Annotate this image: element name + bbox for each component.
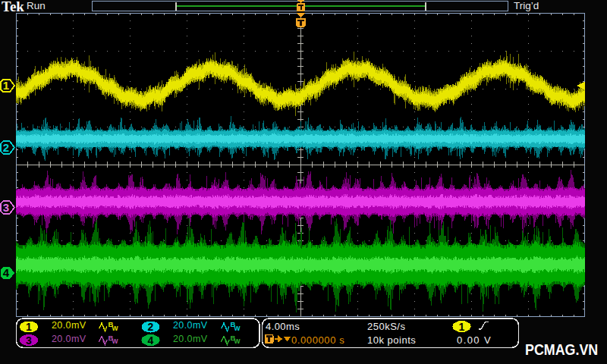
svg-text:W: W xyxy=(112,337,119,345)
svg-text:3: 3 xyxy=(3,201,9,214)
svg-text:3: 3 xyxy=(26,334,32,347)
svg-text:1: 1 xyxy=(26,321,32,333)
svg-text:4: 4 xyxy=(3,266,10,279)
svg-text:4: 4 xyxy=(148,334,154,347)
svg-text:W: W xyxy=(112,325,119,332)
svg-text:2: 2 xyxy=(148,321,154,333)
svg-text:1: 1 xyxy=(459,321,465,333)
svg-text:2: 2 xyxy=(3,141,9,154)
svg-text:W: W xyxy=(234,337,241,345)
svg-text:1: 1 xyxy=(3,79,9,92)
svg-text:W: W xyxy=(234,325,241,332)
